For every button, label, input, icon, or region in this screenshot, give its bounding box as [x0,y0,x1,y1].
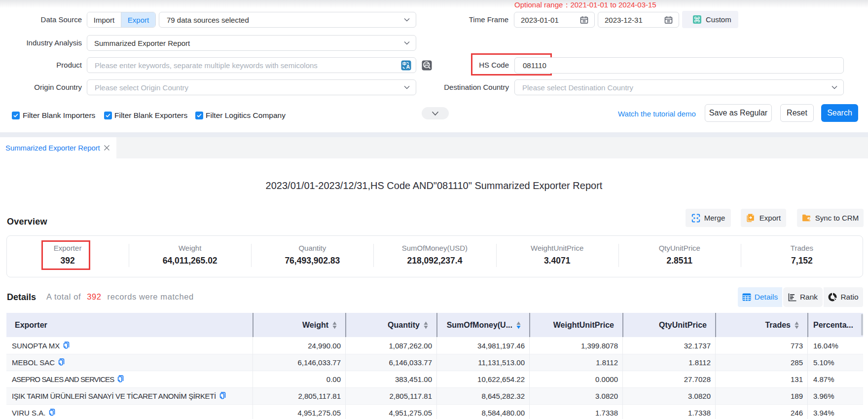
svg-text:A: A [406,64,410,70]
